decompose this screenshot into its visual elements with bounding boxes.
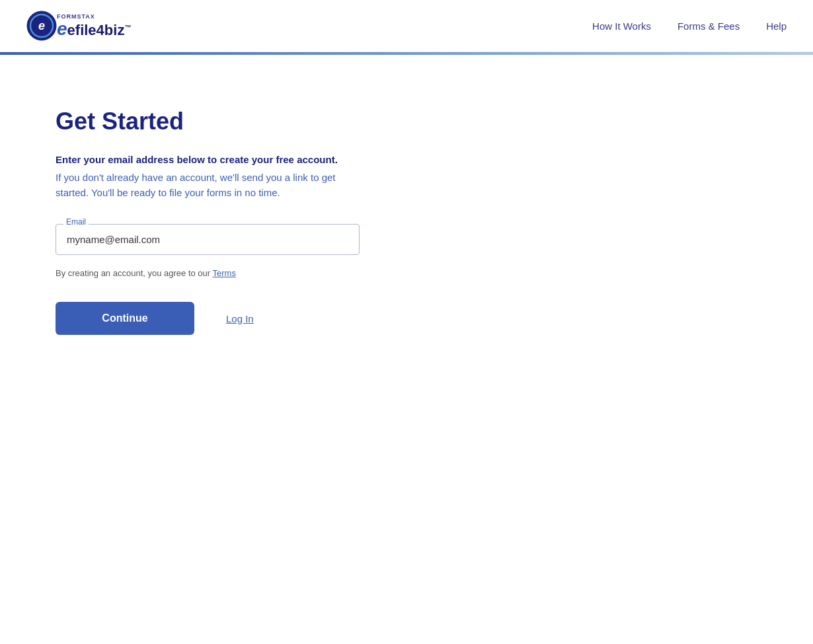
terms-text: By creating an account, you agree to our… — [56, 268, 757, 278]
logo-text: FORMSTAX eefile4biz™ — [57, 14, 131, 38]
continue-button[interactable]: Continue — [56, 302, 194, 335]
email-field-wrapper: Email — [56, 224, 360, 255]
main-content: Get Started Enter your email address bel… — [0, 55, 813, 388]
logo-brand: FORMSTAX — [57, 14, 131, 20]
site-header: e FORMSTAX eefile4biz™ How It Works Form… — [0, 0, 813, 52]
subtitle-normal: If you don't already have an account, we… — [56, 170, 360, 200]
terms-link[interactable]: Terms — [213, 268, 236, 278]
nav-how-it-works[interactable]: How It Works — [592, 20, 651, 32]
logo-name: eefile4biz™ — [57, 20, 131, 38]
email-input[interactable] — [56, 224, 360, 255]
subtitle-bold: Enter your email address below to create… — [56, 154, 757, 165]
svg-text:e: e — [38, 19, 45, 32]
nav-help[interactable]: Help — [766, 20, 787, 32]
logo[interactable]: e FORMSTAX eefile4biz™ — [26, 11, 131, 41]
actions-row: Continue Log In — [56, 302, 757, 335]
nav-forms-fees[interactable]: Forms & Fees — [678, 20, 740, 32]
login-link[interactable]: Log In — [226, 313, 254, 324]
email-label: Email — [63, 217, 89, 227]
logo-icon: e — [26, 11, 57, 41]
main-nav: How It Works Forms & Fees Help — [592, 20, 787, 32]
page-title: Get Started — [56, 108, 757, 135]
